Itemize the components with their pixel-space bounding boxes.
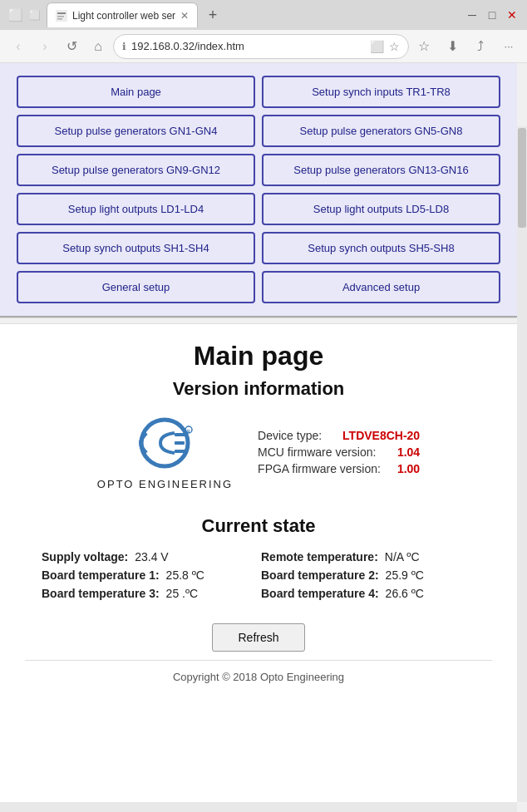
share-icon[interactable]: ⤴ <box>469 35 492 58</box>
tabs-icon: ⬜ <box>27 7 43 23</box>
nav-main-page[interactable]: Main page <box>17 76 255 108</box>
fpga-firmware-label: FPGA firmware version: <box>258 462 381 475</box>
device-type-label: Device type: <box>258 429 322 442</box>
nav-general-setup[interactable]: General setup <box>17 271 255 303</box>
nav-setup-synch-sh5[interactable]: Setup synch outputs SH5-SH8 <box>262 232 500 264</box>
logo-container: R OPTO ENGINEERING <box>97 416 233 490</box>
version-row-fpga: FPGA firmware version: 1.00 <box>258 462 420 475</box>
nav-setup-synch-sh1[interactable]: Setup synch outputs SH1-SH4 <box>17 232 255 264</box>
supply-voltage-label: Supply voltage: <box>42 550 128 563</box>
current-state-title: Current state <box>25 515 492 537</box>
nav-bar: ‹ › ↺ ⌂ ℹ 192.168.0.32/index.htm ⬜ ☆ ☆ ⬇… <box>0 30 527 63</box>
version-info: Device type: LTDVE8CH-20 MCU firmware ve… <box>258 429 420 479</box>
version-section: R OPTO ENGINEERING Device type: LTDVE8CH… <box>25 416 492 490</box>
bookmark-icon[interactable]: ☆ <box>389 40 400 53</box>
close-window-button[interactable]: ✕ <box>504 7 520 23</box>
svg-rect-7 <box>175 450 188 453</box>
nav-setup-pulse-gn9[interactable]: Setup pulse generators GN9-GN12 <box>17 154 255 186</box>
separator <box>0 317 517 324</box>
state-row-board-temp3: Board temperature 3: 25 .ºC <box>42 587 256 600</box>
tab-search-icon[interactable]: ⬜ <box>370 40 384 53</box>
page-content: Main page Setup synch inputs TR1-TR8 Set… <box>0 63 517 802</box>
toolbar-extras: ☆ ⬇ ⤴ ··· <box>412 35 520 58</box>
browser-chrome: ⬜ ⬜ Light controller web ser ✕ + ─ □ ✕ ‹ <box>0 0 527 63</box>
svg-rect-2 <box>57 16 64 17</box>
state-row-board-temp4: Board temperature 4: 26.6 ºC <box>261 587 475 600</box>
page-title: Main page <box>25 341 492 372</box>
board-temp1-label: Board temperature 1: <box>42 568 160 582</box>
scrollbar-thumb[interactable] <box>518 128 526 228</box>
board-temp2-label: Board temperature 2: <box>261 568 379 582</box>
mcu-firmware-label: MCU firmware version: <box>258 445 376 459</box>
board-temp2-value: 25.9 ºC <box>386 568 424 582</box>
active-tab[interactable]: Light controller web ser ✕ <box>47 2 198 27</box>
tab-bar: ⬜ ⬜ Light controller web ser ✕ + ─ □ ✕ <box>0 0 527 30</box>
downloads-icon[interactable]: ⬇ <box>441 35 464 58</box>
supply-voltage-value: 23.4 V <box>135 550 168 563</box>
main-content: Main page Version information <box>0 324 517 710</box>
refresh-button[interactable]: Refresh <box>212 623 304 652</box>
nav-setup-pulse-gn1[interactable]: Setup pulse generators GN1-GN4 <box>17 115 255 147</box>
nav-advanced-setup[interactable]: Advanced setup <box>262 271 500 303</box>
url-text: 192.168.0.32/index.htm <box>131 40 244 52</box>
version-title: Version information <box>25 378 492 400</box>
nav-setup-pulse-gn5[interactable]: Setup pulse generators GN5-GN8 <box>262 115 500 147</box>
device-type-value: LTDVE8CH-20 <box>342 429 420 442</box>
tab-favicon <box>56 10 67 22</box>
settings-icon[interactable]: ··· <box>497 35 520 58</box>
nav-grid-inner: Main page Setup synch inputs TR1-TR8 Set… <box>17 76 500 303</box>
horizontal-scrollbar[interactable] <box>0 802 517 812</box>
state-grid: Supply voltage: 23.4 V Remote temperatur… <box>25 550 492 600</box>
nav-setup-synch-tr[interactable]: Setup synch inputs TR1-TR8 <box>262 76 500 108</box>
address-bar[interactable]: ℹ 192.168.0.32/index.htm ⬜ ☆ <box>113 34 409 59</box>
security-icon: ℹ <box>122 41 126 52</box>
back-button[interactable]: ‹ <box>7 35 30 58</box>
forward-button[interactable]: › <box>33 35 57 58</box>
nav-grid: Main page Setup synch inputs TR1-TR8 Set… <box>0 63 517 317</box>
nav-setup-light-ld5[interactable]: Setup light outputs LD5-LD8 <box>262 193 500 225</box>
tab-close-button[interactable]: ✕ <box>180 10 189 22</box>
board-temp4-value: 26.6 ºC <box>386 587 424 600</box>
minimize-button[interactable]: ─ <box>464 7 480 23</box>
remote-temp-value: N/A ºC <box>385 550 420 563</box>
remote-temp-label: Remote temperature: <box>261 550 378 563</box>
logo-text: OPTO ENGINEERING <box>97 478 233 490</box>
board-temp3-value: 25 .ºC <box>166 587 199 600</box>
home-button[interactable]: ⌂ <box>86 35 110 58</box>
svg-rect-6 <box>175 441 185 445</box>
nav-setup-pulse-gn13[interactable]: Setup pulse generators GN13-GN16 <box>262 154 500 186</box>
svg-text:R: R <box>187 429 190 434</box>
fpga-firmware-value: 1.00 <box>397 462 420 475</box>
favorites-icon[interactable]: ☆ <box>412 35 436 58</box>
board-temp3-label: Board temperature 3: <box>42 587 160 600</box>
state-row-remote-temp: Remote temperature: N/A ºC <box>261 550 475 563</box>
state-row-supply: Supply voltage: 23.4 V <box>42 550 256 563</box>
state-row-board-temp1: Board temperature 1: 25.8 ºC <box>42 568 256 582</box>
svg-rect-5 <box>175 433 188 436</box>
new-tab-button[interactable]: + <box>201 3 224 27</box>
version-row-mcu: MCU firmware version: 1.04 <box>258 445 420 459</box>
board-temp4-label: Board temperature 4: <box>261 587 379 600</box>
nav-setup-light-ld1[interactable]: Setup light outputs LD1-LD4 <box>17 193 255 225</box>
vertical-scrollbar[interactable] <box>517 126 527 802</box>
mcu-firmware-value: 1.04 <box>397 445 420 459</box>
refresh-browser-button[interactable]: ↺ <box>60 35 83 58</box>
svg-rect-1 <box>57 12 66 14</box>
window-icon: ⬜ <box>7 7 23 23</box>
opto-engineering-logo: R <box>115 416 214 475</box>
state-row-board-temp2: Board temperature 2: 25.9 ºC <box>261 568 475 582</box>
address-bar-actions: ⬜ ☆ <box>370 40 400 53</box>
version-row-device: Device type: LTDVE8CH-20 <box>258 429 420 442</box>
svg-rect-3 <box>57 18 62 20</box>
board-temp1-value: 25.8 ºC <box>166 568 204 582</box>
tab-title: Light controller web ser <box>72 10 175 22</box>
maximize-button[interactable]: □ <box>484 7 500 23</box>
copyright: Copyright © 2018 Opto Engineering <box>25 660 492 693</box>
